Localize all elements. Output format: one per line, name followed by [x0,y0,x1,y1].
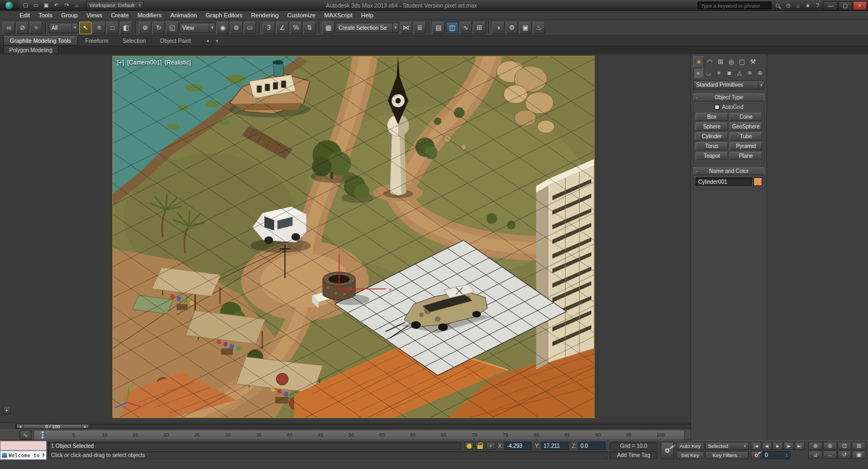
isolate-selection-toggle[interactable] [464,442,474,450]
schematic-view-button[interactable]: ⊞ [473,22,486,34]
add-time-tag-button[interactable]: Add Time Tag [610,451,658,459]
timeline-tick[interactable]: 25 [194,432,200,440]
selection-filter-dropdown[interactable]: All▾ [49,23,78,33]
zoom-extents-all-button[interactable]: ⊞ [852,442,866,450]
use-pivot-point-center-button[interactable]: ◉ [216,22,229,34]
x-coordinate-field[interactable]: -4.293 [505,442,532,450]
select-and-move-button[interactable]: ⊕ [139,22,151,34]
project-folder-button[interactable]: ⌂ [72,1,82,10]
name-and-color-rollout-header[interactable]: - Name and Color [693,167,764,175]
cylinder-button[interactable]: Cylinder [695,132,728,140]
menu-animation[interactable]: Animation [166,11,201,20]
key-filters-button[interactable]: Key Filters... [705,451,749,459]
percent-snap-toggle[interactable]: % [290,22,302,34]
command-tab-utilities[interactable]: ⚒ [748,56,758,67]
category-cameras[interactable]: ◙ [724,68,734,78]
ribbon-minimize-button[interactable]: ▾ [213,38,221,43]
menu-customize[interactable]: Customize [283,11,320,20]
angle-snap-toggle[interactable]: ∠ [276,22,289,34]
subcategory-dropdown[interactable]: Standard Primitives ▾ [693,80,764,89]
timeline-tick[interactable]: 40 [286,432,293,440]
scene-building[interactable] [536,159,594,370]
timeline-tick[interactable]: 65 [441,432,447,440]
selection-lock-toggle[interactable] [475,442,484,450]
open-mini-curve-editor-button[interactable]: ∿ [20,431,31,440]
menu-create[interactable]: Create [106,11,133,20]
category-geometry[interactable]: ● [693,68,703,78]
timeline-tick[interactable]: 0 [40,432,46,440]
box-button[interactable]: Box [695,113,728,121]
object-name-field[interactable]: Cylinder001 [695,177,752,186]
application-menu-button[interactable] [0,0,18,11]
zoom-button[interactable]: ⊕ [808,442,822,450]
select-and-manipulate-button[interactable]: ⊚ [230,22,242,34]
mirror-button[interactable]: ⋈ [400,22,412,34]
material-editor-button[interactable]: ◑ [492,22,505,34]
key-selection-set-dropdown[interactable]: Selected ▼ [705,442,749,450]
timeline-tick[interactable]: 10 [101,432,108,440]
sphere-button[interactable]: Sphere [695,123,728,131]
timeline-tick[interactable]: 75 [502,432,509,440]
redo-button[interactable]: ↷ [62,1,72,10]
play-animation-button[interactable]: ▶ [773,442,783,450]
command-tab-modify[interactable]: ◠ [704,56,715,67]
timeline-tick[interactable]: 100 [656,432,665,440]
ribbon-tab-graphite-modeling-tools[interactable]: Graphite Modeling Tools [3,36,78,46]
plane-button[interactable]: Plane [730,152,762,160]
snaps-toggle-button[interactable]: 3 [263,22,275,34]
menu-graph-editors[interactable]: Graph Editors [201,11,247,20]
render-setup-button[interactable]: ⚙ [506,22,518,34]
subscription-center-button[interactable]: ⌂ [793,1,803,10]
ribbon-options-icon[interactable]: ● [204,38,212,43]
command-tab-display[interactable]: ▢ [737,56,748,67]
open-file-button[interactable]: ▭ [31,1,41,10]
timeline-tick[interactable]: 85 [564,432,570,440]
category-shapes[interactable]: ◡ [704,68,713,78]
favorites-button[interactable]: ★ [803,1,813,10]
help-button[interactable]: ? [813,1,822,10]
curve-editor-button[interactable]: ∿ [459,22,472,34]
bind-to-space-warp-button[interactable]: ≈ [30,22,42,34]
object-color-swatch[interactable] [754,177,762,186]
category-space-warps[interactable]: ≋ [745,68,755,78]
set-key-button[interactable]: Set Key [676,451,704,459]
timeline-tick[interactable]: 90 [595,432,601,440]
rectangular-selection-region-button[interactable]: □ [106,22,119,34]
menu-tools[interactable]: Tools [34,11,57,20]
ribbon-tab-selection[interactable]: Selection [116,36,152,46]
teapot-button[interactable]: Teapot [695,152,728,160]
previous-frame-arrow[interactable]: ◄ [17,425,24,428]
select-and-scale-button[interactable]: ◱ [166,22,178,34]
graphite-modeling-ribbon-toggle[interactable]: ◫ [446,22,458,34]
orbit-camera-button[interactable]: ↺ [838,451,852,459]
field-of-view-button[interactable]: ⊿ [808,451,822,459]
save-file-button[interactable]: ▣ [41,1,51,10]
infocenter-search-button[interactable]: ⊙ [783,1,793,10]
timeline-tick[interactable]: 50 [348,432,354,440]
key-mode-toggle[interactable] [751,451,761,459]
command-tab-motion[interactable]: ◎ [726,56,737,67]
expand-left-panel-button[interactable]: ▸ [3,406,11,414]
previous-frame-button[interactable]: ◀| [762,442,772,450]
menu-help[interactable]: Help [357,11,378,20]
ribbon-tab-freeform[interactable]: Freeform [79,36,115,46]
command-tab-hierarchy[interactable]: ⊞ [715,56,726,67]
search-icon[interactable] [773,1,782,10]
auto-key-button[interactable]: Auto Key [676,442,704,450]
category-helpers[interactable]: △ [735,68,744,78]
select-by-name-button[interactable]: ≡ [93,22,105,34]
viewport-pov-menu[interactable]: [Camera001] [127,59,162,66]
rendered-frame-window-button[interactable]: ▣ [519,22,532,34]
timeline-tick[interactable]: 15 [132,432,139,440]
next-frame-arrow[interactable]: ► [81,425,88,428]
y-coordinate-field[interactable]: 17.211 [541,442,569,450]
timeline-tick[interactable]: 60 [410,432,416,440]
polygon-modeling-panel[interactable]: Polygon Modeling [3,46,59,54]
tube-button[interactable]: Tube [730,132,762,140]
menu-modifiers[interactable]: Modifiers [133,11,166,20]
set-keys-button[interactable] [661,442,674,459]
category-lights[interactable]: ☀ [714,68,724,78]
timeline-tick[interactable]: 45 [317,432,324,440]
time-slider-track[interactable]: ◄ 0 / 100 ► [15,423,691,429]
geosphere-button[interactable]: GeoSphere [730,123,762,131]
